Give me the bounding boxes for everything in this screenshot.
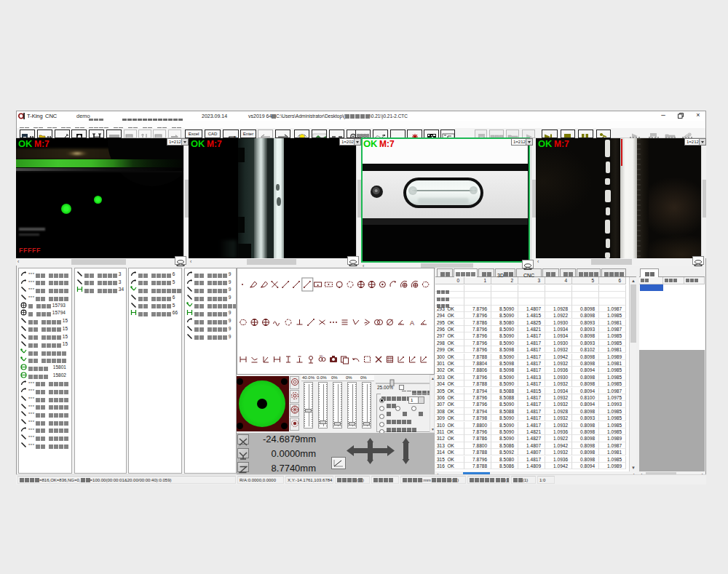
svg-text:A: A [410, 319, 414, 327]
svg-text:3D: 3D [320, 354, 323, 358]
